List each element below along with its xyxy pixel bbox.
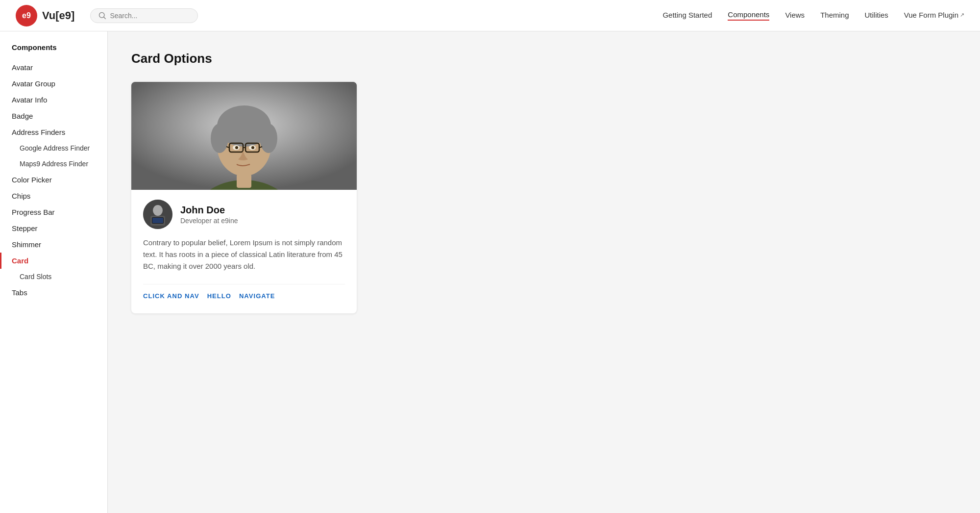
avatar-image: [143, 200, 172, 229]
nav-getting-started[interactable]: Getting Started: [662, 11, 712, 20]
svg-point-15: [235, 146, 238, 149]
svg-point-16: [251, 146, 254, 149]
card-action-hello[interactable]: HELLO: [207, 288, 231, 304]
search-bar[interactable]: [90, 8, 198, 23]
layout: Components Avatar Avatar Group Avatar In…: [0, 31, 980, 513]
nav-links: Getting Started Components Views Theming…: [662, 10, 964, 21]
nav-utilities[interactable]: Utilities: [864, 11, 888, 20]
card: John Doe Developer at e9ine Contrary to …: [131, 82, 357, 313]
card-action-click-nav[interactable]: CLICK AND NAV: [143, 288, 199, 304]
sidebar-item-shimmer[interactable]: Shimmer: [0, 236, 107, 253]
sidebar-item-avatar[interactable]: Avatar: [0, 59, 107, 76]
sidebar-item-address-finders[interactable]: Address Finders: [0, 124, 107, 140]
external-link-icon: ↗: [960, 12, 964, 18]
sidebar-item-color-picker[interactable]: Color Picker: [0, 172, 107, 188]
sidebar-item-tabs[interactable]: Tabs: [0, 284, 107, 301]
logo-area: e9 Vu[e9]: [16, 5, 74, 26]
sidebar-item-chips[interactable]: Chips: [0, 188, 107, 204]
card-action-navigate[interactable]: NAVIGATE: [239, 288, 275, 304]
svg-point-19: [153, 205, 163, 216]
nav-vue-form-plugin[interactable]: Vue Form Plugin ↗: [904, 11, 964, 20]
sidebar-item-card[interactable]: Card: [0, 253, 107, 269]
sidebar-item-avatar-group[interactable]: Avatar Group: [0, 76, 107, 92]
card-image: [131, 82, 357, 190]
card-person-image: [131, 82, 357, 190]
svg-point-7: [260, 124, 277, 153]
nav-components[interactable]: Components: [728, 10, 769, 21]
card-body: John Doe Developer at e9ine Contrary to …: [131, 190, 357, 313]
card-user-name: John Doe: [180, 205, 238, 216]
nav-theming[interactable]: Theming: [820, 11, 849, 20]
card-user-info: John Doe Developer at e9ine: [180, 205, 238, 225]
search-input[interactable]: [110, 12, 190, 20]
sidebar-item-badge[interactable]: Badge: [0, 108, 107, 124]
search-icon: [98, 12, 106, 19]
card-description: Contrary to popular belief, Lorem Ipsum …: [143, 237, 345, 272]
sidebar-item-progress-bar[interactable]: Progress Bar: [0, 204, 107, 220]
svg-point-6: [211, 124, 228, 153]
page-title: Card Options: [131, 51, 956, 66]
main-content: Card Options: [108, 31, 980, 513]
logo-icon: e9: [16, 5, 37, 26]
svg-line-1: [104, 17, 105, 19]
card-actions: CLICK AND NAV HELLO NAVIGATE: [143, 284, 345, 304]
card-user-role: Developer at e9ine: [180, 217, 238, 225]
header: e9 Vu[e9] Getting Started Components Vie…: [0, 0, 980, 31]
avatar: [143, 200, 172, 229]
sidebar-item-stepper[interactable]: Stepper: [0, 220, 107, 236]
sidebar-item-google-address[interactable]: Google Address Finder: [0, 140, 107, 156]
sidebar-item-card-slots[interactable]: Card Slots: [0, 269, 107, 284]
sidebar-section-title: Components: [0, 43, 107, 59]
nav-views[interactable]: Views: [785, 11, 805, 20]
sidebar-item-avatar-info[interactable]: Avatar Info: [0, 92, 107, 108]
logo-title: Vu[e9]: [42, 9, 74, 22]
card-user-row: John Doe Developer at e9ine: [143, 200, 345, 229]
svg-rect-22: [152, 218, 163, 223]
sidebar: Components Avatar Avatar Group Avatar In…: [0, 31, 108, 513]
svg-rect-17: [237, 174, 251, 188]
sidebar-item-maps9-address[interactable]: Maps9 Address Finder: [0, 156, 107, 172]
